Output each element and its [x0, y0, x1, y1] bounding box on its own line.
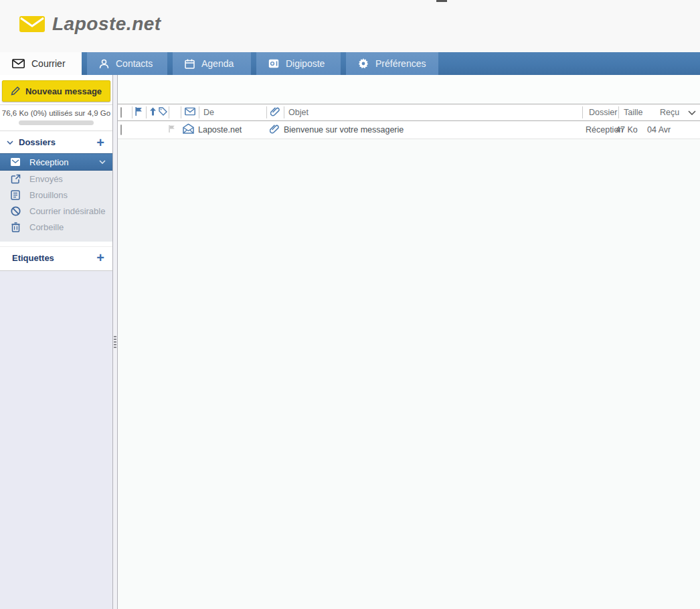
list-top-strip: [118, 75, 700, 104]
column-recu[interactable]: Reçu: [660, 108, 679, 117]
draft-icon: [10, 190, 21, 200]
column-dossier[interactable]: Dossier: [589, 108, 617, 117]
sent-icon: [10, 174, 21, 184]
etiquettes-section-header: Etiquettes +: [0, 246, 112, 268]
storage-progress-bar: [19, 120, 94, 125]
tab-label: Courrier: [31, 58, 66, 69]
chevron-down-icon[interactable]: [7, 141, 13, 145]
top-header: Laposte.net: [0, 0, 700, 52]
tab-preferences[interactable]: Préférences: [346, 52, 438, 75]
contacts-icon: [99, 59, 109, 69]
folder-brouillons[interactable]: Brouillons: [0, 187, 112, 203]
empty-list-area: [118, 139, 700, 609]
new-message-label: Nouveau message: [25, 86, 102, 96]
trash-icon: [10, 222, 21, 232]
tab-contacts[interactable]: Contacts: [87, 52, 167, 75]
pane-splitter[interactable]: [112, 75, 118, 609]
inbox-icon: [10, 157, 21, 167]
add-folder-button[interactable]: +: [96, 136, 104, 149]
tab-label: Préférences: [375, 58, 426, 69]
row-subject: Bienvenue sur votre messagerie: [284, 125, 404, 135]
folder-label: Brouillons: [29, 190, 68, 200]
folder-list: Réception Envoyés Brouillons: [0, 153, 112, 242]
priority-arrow-icon[interactable]: [149, 107, 157, 118]
storage-quota: 76,6 Ko (0%) utilisés sur 4,9 Go: [0, 104, 112, 131]
logo-text: Laposte.net: [52, 13, 161, 35]
mail-row[interactable]: Laposte.net Bienvenue sur votre messager…: [118, 121, 700, 139]
sidebar-filler: [0, 270, 112, 609]
tab-label: Agenda: [201, 58, 234, 69]
sidebar: Nouveau message 76,6 Ko (0%) utilisés su…: [0, 75, 112, 609]
envelope-column-icon[interactable]: [185, 108, 195, 118]
column-de[interactable]: De: [203, 108, 214, 117]
row-checkbox[interactable]: [120, 125, 122, 135]
folder-envoyes[interactable]: Envoyés: [0, 171, 112, 187]
spacer: [0, 242, 112, 246]
folder-reception[interactable]: Réception: [0, 153, 112, 171]
column-objet[interactable]: Objet: [288, 108, 309, 117]
folder-corbeille[interactable]: Corbeille: [0, 219, 112, 235]
column-taille[interactable]: Taille: [624, 108, 643, 117]
storage-text: 76,6 Ko (0%) utilisés sur 4,9 Go: [1, 109, 111, 117]
tab-label: Contacts: [116, 58, 153, 69]
splitter-grip[interactable]: [114, 336, 116, 348]
row-received: 04 Avr: [647, 125, 671, 135]
mail-icon: [12, 59, 25, 68]
tab-agenda[interactable]: Agenda: [173, 52, 251, 75]
logo-envelope-icon: [19, 15, 46, 33]
attachment-column-icon[interactable]: [270, 106, 280, 118]
content-area: Nouveau message 76,6 Ko (0%) utilisés su…: [0, 75, 700, 609]
select-all-checkbox[interactable]: [120, 108, 122, 117]
tag-column-icon[interactable]: [159, 107, 167, 118]
row-flag-icon[interactable]: [169, 125, 175, 135]
chevron-down-icon[interactable]: [99, 160, 106, 164]
read-envelope-icon: [182, 124, 195, 137]
add-label-button[interactable]: +: [96, 251, 104, 264]
tab-digiposte[interactable]: Digiposte: [256, 52, 341, 75]
pencil-icon: [11, 86, 20, 96]
new-message-wrap: Nouveau message: [0, 75, 112, 104]
browser-artifact: [436, 0, 447, 2]
row-attachment-icon: [270, 124, 279, 136]
list-options-chevron-icon[interactable]: [688, 108, 696, 117]
new-message-button[interactable]: Nouveau message: [2, 80, 110, 102]
spam-block-icon: [10, 206, 21, 216]
folder-courrier-indesirable[interactable]: Courrier indésirable: [0, 203, 112, 219]
laposte-logo[interactable]: Laposte.net: [19, 13, 161, 35]
etiquettes-title: Etiquettes: [12, 253, 96, 263]
gear-icon: [358, 58, 369, 69]
folder-label: Courrier indésirable: [29, 206, 105, 216]
row-from: Laposte.net: [198, 125, 242, 135]
dossiers-section-header: Dossiers +: [0, 131, 112, 153]
mail-list-pane: De Objet Dossier Taille Reçu Lap: [118, 75, 700, 609]
main-navigation: Courrier Contacts Agenda Digiposte Préfé…: [0, 52, 700, 75]
safe-icon: [268, 59, 279, 68]
row-size: 47 Ko: [616, 125, 638, 135]
calendar-icon: [185, 59, 195, 69]
dossiers-title: Dossiers: [19, 137, 96, 147]
flag-column-icon[interactable]: [135, 107, 143, 118]
tab-courrier[interactable]: Courrier: [0, 52, 82, 75]
folder-label: Envoyés: [29, 174, 63, 184]
folder-label: Corbeille: [29, 222, 64, 232]
mail-list-header: De Objet Dossier Taille Reçu: [118, 104, 700, 121]
tab-label: Digiposte: [286, 58, 325, 69]
folder-label: Réception: [29, 157, 69, 167]
